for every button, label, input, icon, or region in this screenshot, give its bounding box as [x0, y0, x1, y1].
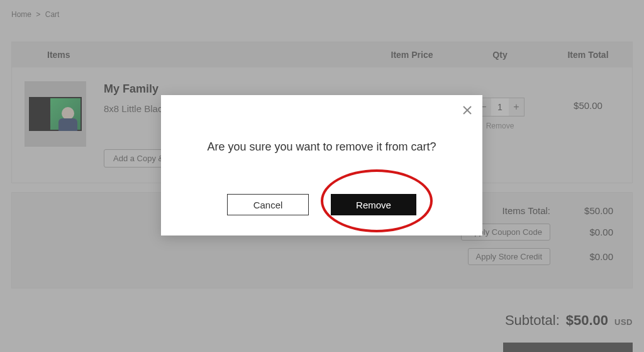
close-icon[interactable]: [462, 105, 472, 118]
cancel-button[interactable]: Cancel: [227, 194, 309, 215]
modal-message: Are you sure you want to remove it from …: [161, 140, 482, 154]
remove-button[interactable]: Remove: [331, 194, 416, 215]
confirm-remove-modal: Are you sure you want to remove it from …: [161, 95, 482, 236]
